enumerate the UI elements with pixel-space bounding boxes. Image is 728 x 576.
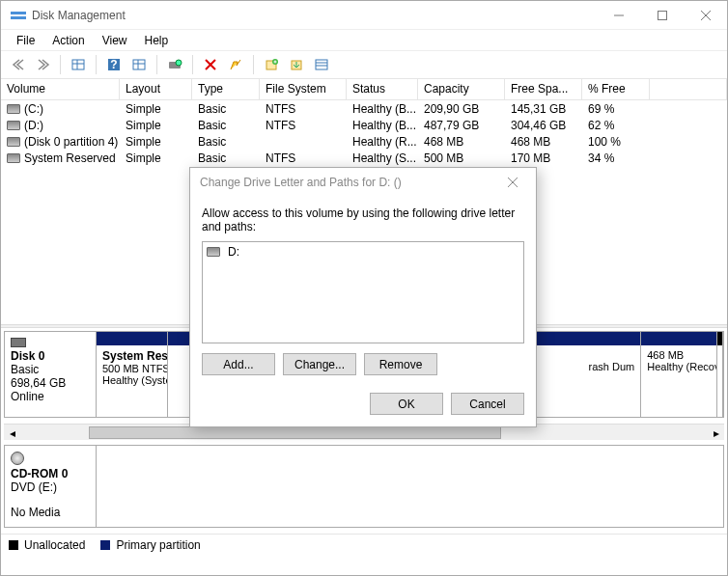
change-button[interactable]: Change... xyxy=(283,353,356,375)
new-partition-icon[interactable] xyxy=(261,54,282,75)
col-type[interactable]: Type xyxy=(192,79,260,99)
dialog-close-button[interactable] xyxy=(493,169,532,196)
drive-letter-entry[interactable]: D: xyxy=(207,245,519,259)
toolbar: ? xyxy=(1,50,727,79)
legend-primary: Primary partition xyxy=(116,538,200,552)
col-capacity[interactable]: Capacity xyxy=(418,79,505,99)
col-free[interactable]: Free Spa... xyxy=(505,79,582,99)
cancel-button[interactable]: Cancel xyxy=(451,393,524,415)
svg-rect-0 xyxy=(658,11,666,19)
disk-0-header: Disk 0 Basic 698,64 GB Online xyxy=(5,332,97,417)
drive-icon xyxy=(7,121,20,130)
table-row[interactable]: (C:)SimpleBasicNTFSHealthy (B...209,90 G… xyxy=(1,100,727,117)
table-row[interactable]: System ReservedSimpleBasicNTFSHealthy (S… xyxy=(1,150,727,166)
minimize-button[interactable] xyxy=(597,1,640,30)
legend: Unallocated Primary partition xyxy=(1,534,727,555)
properties-icon[interactable] xyxy=(225,54,246,75)
dialog-title: Change Drive Letter and Paths for D: () xyxy=(200,176,402,189)
volume-list[interactable]: (C:)SimpleBasicNTFSHealthy (B...209,90 G… xyxy=(1,100,727,166)
volume-list-header: Volume Layout Type File System Status Ca… xyxy=(1,79,727,100)
drive-icon xyxy=(207,247,220,257)
delete-icon[interactable] xyxy=(200,54,221,75)
disk-icon xyxy=(11,338,26,347)
close-button[interactable] xyxy=(684,1,727,30)
svg-rect-1 xyxy=(72,60,84,69)
menu-file[interactable]: File xyxy=(9,32,42,49)
add-button[interactable]: Add... xyxy=(202,353,275,375)
mount-icon[interactable] xyxy=(286,54,307,75)
help-icon[interactable]: ? xyxy=(103,54,125,75)
titlebar: Disk Management xyxy=(1,1,727,30)
drive-icon xyxy=(7,153,20,163)
unallocated-space[interactable] xyxy=(717,332,723,417)
col-status[interactable]: Status xyxy=(347,79,418,99)
menu-help[interactable]: Help xyxy=(137,32,177,49)
col-fs[interactable]: File System xyxy=(260,79,347,99)
legend-unallocated: Unallocated xyxy=(24,538,85,552)
cdrom-icon xyxy=(11,452,24,465)
dialog-listbox[interactable]: D: xyxy=(202,241,524,343)
menu-view[interactable]: View xyxy=(95,32,135,49)
show-hide-button[interactable] xyxy=(68,54,89,75)
partition[interactable]: System Reser500 MB NTFSHealthy (Syste xyxy=(97,332,168,417)
settings-button[interactable] xyxy=(128,54,150,75)
col-pct[interactable]: % Free xyxy=(582,79,650,99)
cdrom-header: CD-ROM 0 DVD (E:) No Media xyxy=(5,446,97,527)
legend-swatch-unallocated xyxy=(9,540,18,550)
menubar: File Action View Help xyxy=(1,30,727,50)
ok-button[interactable]: OK xyxy=(370,393,443,415)
svg-rect-14 xyxy=(316,60,327,69)
refresh-button[interactable] xyxy=(164,54,185,75)
svg-text:?: ? xyxy=(110,58,117,71)
table-row[interactable]: (Disk 0 partition 4)SimpleBasicHealthy (… xyxy=(1,133,727,150)
forward-button[interactable] xyxy=(32,54,53,75)
cdrom-row[interactable]: CD-ROM 0 DVD (E:) No Media xyxy=(4,445,724,528)
back-button[interactable] xyxy=(7,54,28,75)
col-layout[interactable]: Layout xyxy=(120,79,192,99)
drive-icon xyxy=(7,137,20,147)
change-drive-letter-dialog: Change Drive Letter and Paths for D: () … xyxy=(189,167,537,427)
table-row[interactable]: (D:)SimpleBasicNTFSHealthy (B...487,79 G… xyxy=(1,117,727,133)
window-title: Disk Management xyxy=(32,9,597,22)
list-view-icon[interactable] xyxy=(311,54,332,75)
svg-rect-6 xyxy=(133,60,145,69)
col-volume[interactable]: Volume xyxy=(1,79,120,99)
menu-action[interactable]: Action xyxy=(44,32,92,49)
svg-point-10 xyxy=(176,60,182,66)
dialog-instruction: Allow access to this volume by using the… xyxy=(202,206,524,233)
drive-icon xyxy=(7,104,20,114)
disk-management-icon xyxy=(11,10,26,21)
remove-button[interactable]: Remove xyxy=(364,353,437,375)
legend-swatch-primary xyxy=(100,540,110,550)
maximize-button[interactable] xyxy=(640,1,684,30)
partition[interactable]: 468 MBHealthy (Recove xyxy=(641,332,717,417)
